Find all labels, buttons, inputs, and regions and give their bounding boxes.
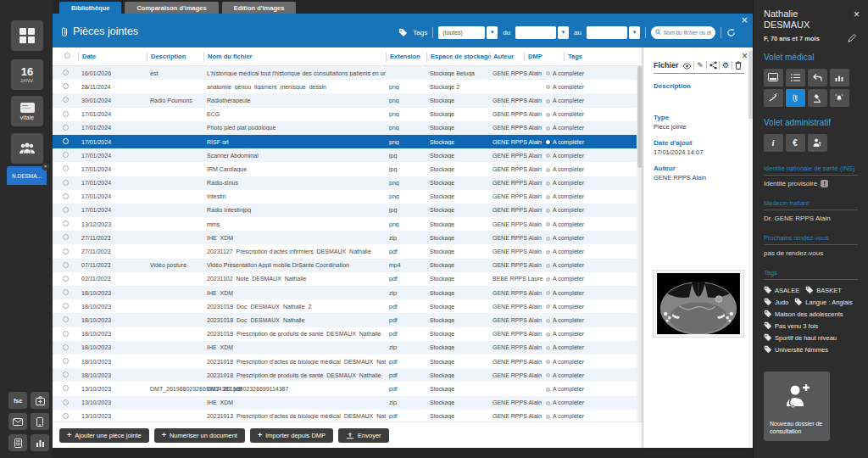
table-row[interactable]: 17/01/2024 Radio Intestinjpg jpg Stockag…: [53, 204, 643, 217]
table-row[interactable]: 18/10/2023 IHE_XDM zip Stockage GENE RPP…: [53, 286, 643, 299]
patient-tag[interactable]: ASALEE: [764, 286, 799, 294]
patient-tag[interactable]: Maison des adolescents: [764, 310, 843, 318]
table-row[interactable]: 17/01/2024 Photo pied plat podologue png…: [53, 121, 643, 135]
edit-pencil-icon[interactable]: ✎: [693, 61, 706, 70]
undo-button[interactable]: [808, 69, 827, 87]
chevron-down-icon[interactable]: ▾: [558, 26, 569, 39]
row-radio[interactable]: [63, 385, 69, 391]
header-date[interactable]: Date: [78, 52, 147, 62]
patient-tag[interactable]: Université Nimmes: [764, 345, 828, 354]
table-scrollbar[interactable]: [637, 66, 643, 423]
search-box[interactable]: [651, 26, 715, 39]
alerts-button[interactable]: [830, 89, 849, 107]
row-radio[interactable]: [63, 234, 69, 240]
table-row[interactable]: 17/01/2024 ECG png Stockage GENE RPPS Al…: [53, 108, 643, 121]
share-icon[interactable]: [706, 61, 719, 70]
table-row[interactable]: 07/11/2023 Vidéo posture Vidéo Présentat…: [53, 259, 643, 272]
table-row[interactable]: 17/01/2024 IRM Cardiaque jpg Stockage GE…: [53, 162, 643, 176]
chevron-down-icon[interactable]: ▾: [629, 26, 640, 39]
row-radio[interactable]: [63, 152, 69, 158]
patient-tab[interactable]: N.DESMA... ×: [7, 166, 47, 185]
row-radio[interactable]: [63, 289, 69, 295]
date-from-select[interactable]: ▾: [515, 26, 569, 39]
send-button[interactable]: Envoyer: [338, 428, 389, 443]
settings-gear-icon[interactable]: ⚙: [719, 61, 732, 70]
row-radio[interactable]: [63, 111, 69, 117]
table-row[interactable]: 17/01/2024 RISF orl png Stockage GENE RP…: [53, 135, 643, 148]
scrollbar-thumb[interactable]: [637, 66, 642, 168]
header-extension[interactable]: Extension: [386, 52, 426, 62]
patient-tag[interactable]: BASKET: [805, 286, 842, 294]
row-radio[interactable]: [63, 97, 69, 103]
table-row[interactable]: 27/11/2023 20231127_Prescription d'actes…: [53, 244, 643, 258]
row-radio[interactable]: [63, 344, 69, 350]
import-dmp-button[interactable]: + Importer depuis DMP: [250, 428, 333, 443]
row-radio[interactable]: [63, 413, 69, 419]
row-radio[interactable]: [63, 249, 69, 254]
billing-button[interactable]: €: [786, 134, 805, 152]
table-row[interactable]: 18/10/2023 20231018_Doc_DESMAUX_Nathalie…: [53, 299, 643, 313]
table-row[interactable]: 27/11/2023 IHE_XDM zip Stockage GENE RPP…: [53, 231, 643, 244]
row-radio[interactable]: [63, 316, 69, 322]
row-radio[interactable]: [63, 70, 69, 75]
refresh-icon[interactable]: [726, 28, 736, 37]
patient-close-icon[interactable]: ×: [854, 8, 860, 20]
table-row[interactable]: 28/11/2024 anatomie_genou_ligament_menis…: [53, 80, 643, 93]
table-row[interactable]: 18/10/2023 20231018_Prescription d'actes…: [53, 355, 643, 368]
row-radio[interactable]: [63, 399, 69, 405]
history-list-button[interactable]: [786, 69, 805, 87]
mail-button[interactable]: [8, 413, 27, 430]
add-attachment-button[interactable]: + Ajouter une pièce jointe: [59, 428, 149, 443]
date-to-select[interactable]: ▾: [587, 26, 640, 39]
tab-edition-images[interactable]: Edition d'images: [222, 2, 297, 14]
biometrics-chart-button[interactable]: [830, 69, 849, 87]
consultations-button[interactable]: [764, 69, 783, 87]
scan-document-button[interactable]: + Numériser un document: [154, 428, 245, 443]
tab-bibliotheque[interactable]: Bibliothèque: [59, 2, 121, 14]
row-radio[interactable]: [63, 207, 69, 213]
table-row[interactable]: 17/01/2024 Radio-sinus png Stockage GENE…: [53, 176, 643, 190]
table-row[interactable]: 30/01/2024 Radio Poumons Radiothérapeute…: [53, 93, 643, 107]
row-radio[interactable]: [63, 371, 69, 377]
table-row[interactable]: 18/10/2023 IHE_XDM zip Stockage GENE RPP…: [53, 341, 643, 355]
patients-group-button[interactable]: [11, 133, 43, 164]
row-radio[interactable]: [63, 303, 69, 309]
carte-vitale-button[interactable]: vitale: [11, 96, 43, 126]
export-patient-button[interactable]: [808, 134, 827, 152]
row-radio[interactable]: [63, 83, 69, 89]
table-row[interactable]: 16/01/2026 est L'historique médical tout…: [53, 66, 643, 80]
header-tags[interactable]: Tags: [564, 52, 643, 62]
table-row[interactable]: 13/10/2023 IHE_XDM zip Stockage GENE RPP…: [53, 396, 643, 410]
edit-patient-icon[interactable]: [848, 34, 857, 42]
chevron-down-icon[interactable]: ▾: [487, 26, 498, 39]
header-storage[interactable]: Espace de stockage: [426, 52, 489, 62]
delete-trash-icon[interactable]: [732, 61, 744, 70]
medical-kit-button[interactable]: [31, 392, 49, 409]
search-input[interactable]: [664, 30, 711, 36]
statistics-button[interactable]: [31, 434, 49, 451]
row-radio[interactable]: [63, 276, 69, 282]
patient-info-button[interactable]: i: [764, 134, 783, 152]
row-radio[interactable]: [63, 221, 69, 226]
patient-tag[interactable]: Judo: [764, 298, 788, 306]
row-radio[interactable]: [63, 165, 69, 171]
file-preview-thumbnail[interactable]: [653, 270, 744, 338]
attachments-button[interactable]: [786, 89, 805, 107]
new-consultation-card[interactable]: Nouveau dossier de consultation: [764, 371, 830, 441]
header-dmp[interactable]: DMP: [524, 52, 564, 62]
table-row[interactable]: 18/10/2023 20231018_Prescription de prod…: [53, 327, 643, 341]
calendar-button[interactable]: 16 JANV.: [11, 59, 43, 90]
row-radio[interactable]: [63, 331, 69, 337]
tab-comparaison-images[interactable]: Comparaison d'images: [125, 2, 218, 14]
window-close-icon[interactable]: ×: [741, 14, 748, 26]
patient-tab-close-icon[interactable]: ×: [42, 163, 49, 170]
header-filename[interactable]: Nom du fichier: [203, 52, 386, 62]
row-radio[interactable]: [63, 262, 69, 268]
table-row[interactable]: 17/01/2024 Intestin png Stockage GENE RP…: [53, 190, 643, 204]
header-description[interactable]: Description: [147, 52, 203, 62]
row-radio[interactable]: [63, 180, 69, 186]
header-author[interactable]: Auteur: [489, 52, 524, 62]
detail-close-icon[interactable]: ×: [742, 50, 748, 62]
row-radio[interactable]: [63, 125, 69, 131]
fse-button[interactable]: fse: [8, 392, 27, 409]
